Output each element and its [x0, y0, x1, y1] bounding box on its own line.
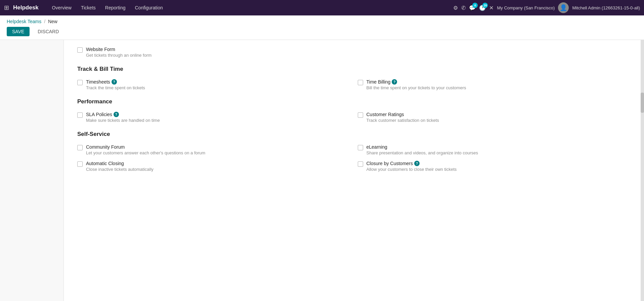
- save-button[interactable]: SAVE: [7, 27, 30, 36]
- left-sidebar: [0, 40, 64, 301]
- discard-button[interactable]: DISCARD: [32, 27, 64, 36]
- brand-name[interactable]: Helpdesk: [13, 4, 39, 11]
- clock-icon[interactable]: 🕐 26: [479, 5, 486, 11]
- time-billing-checkbox[interactable]: [358, 80, 363, 85]
- auto-closing-label: Automatic Closing: [86, 161, 124, 166]
- timesheets-label: Timesheets: [86, 79, 110, 85]
- timesheets-help-icon[interactable]: ?: [112, 79, 117, 85]
- time-billing-label: Time Billing: [367, 79, 391, 85]
- track-bill-options: Timesheets ? Track the time spent on tic…: [77, 79, 627, 90]
- closure-customers-checkbox[interactable]: [358, 161, 363, 167]
- chat-icon[interactable]: 💬 6: [469, 5, 476, 11]
- auto-closing-desc: Close inactive tickets automatically: [86, 167, 154, 172]
- nav-overview[interactable]: Overview: [48, 3, 76, 12]
- community-forum-label: Community Forum: [86, 144, 125, 150]
- closure-customers-option: Closure by Customers ? Allow your custom…: [358, 161, 628, 172]
- scrollbar-thumb[interactable]: [641, 93, 644, 113]
- right-scrollbar[interactable]: [641, 40, 644, 301]
- close-icon[interactable]: ✕: [489, 5, 493, 11]
- clock-badge: 26: [482, 3, 488, 8]
- main-content: Website Form Get tickets through an onli…: [64, 40, 641, 301]
- sla-help-icon[interactable]: ?: [114, 112, 119, 117]
- grid-icon[interactable]: ⊞: [4, 4, 9, 11]
- top-navigation: ⊞ Helpdesk Overview Tickets Reporting Co…: [0, 0, 644, 15]
- performance-title: Performance: [77, 98, 627, 106]
- nav-right-controls: ⚙ ✆ 💬 6 🕐 26 ✕ My Company (San Francisco…: [453, 2, 640, 13]
- website-form-desc: Get tickets through an online form: [86, 53, 152, 58]
- elearning-checkbox[interactable]: [358, 145, 363, 150]
- customer-ratings-label: Customer Ratings: [367, 112, 404, 117]
- company-name: My Company (San Francisco): [497, 5, 555, 10]
- sla-policies-checkbox[interactable]: [77, 112, 83, 118]
- self-service-section: Self-Service Community Forum Let your cu…: [77, 131, 627, 172]
- timesheets-desc: Track the time spent on tickets: [86, 85, 145, 90]
- website-form-checkbox[interactable]: [77, 47, 83, 53]
- timesheets-checkbox[interactable]: [77, 80, 83, 85]
- elearning-desc: Share presentation and videos, and organ…: [367, 150, 478, 155]
- nav-configuration[interactable]: Configuration: [131, 3, 167, 12]
- track-bill-section: Track & Bill Time Timesheets ? Track the…: [77, 66, 627, 90]
- customer-ratings-desc: Track customer satisfaction on tickets: [367, 118, 439, 123]
- community-forum-checkbox[interactable]: [77, 145, 83, 150]
- content-wrapper: Website Form Get tickets through an onli…: [0, 40, 644, 301]
- self-service-title: Self-Service: [77, 131, 627, 139]
- community-forum-desc: Let your customers answer each other's q…: [86, 150, 205, 155]
- customer-ratings-option: Customer Ratings Track customer satisfac…: [358, 112, 628, 123]
- settings-icon[interactable]: ⚙: [453, 5, 458, 11]
- phone-icon[interactable]: ✆: [461, 5, 466, 11]
- nav-tickets[interactable]: Tickets: [77, 3, 100, 12]
- closure-customers-help-icon[interactable]: ?: [414, 161, 420, 166]
- nav-reporting[interactable]: Reporting: [101, 3, 130, 12]
- elearning-option: eLearning Share presentation and videos,…: [358, 144, 628, 155]
- time-billing-desc: Bill the time spent on your tickets to y…: [367, 85, 466, 90]
- sla-policies-option: SLA Policies ? Make sure tickets are han…: [77, 112, 347, 123]
- closure-customers-label: Closure by Customers: [367, 161, 413, 166]
- performance-options: SLA Policies ? Make sure tickets are han…: [77, 112, 627, 123]
- breadcrumb-parent[interactable]: Helpdesk Teams: [7, 19, 41, 24]
- sla-policies-label: SLA Policies: [86, 112, 112, 117]
- action-bar: SAVE DISCARD: [7, 27, 637, 40]
- page-header: Helpdesk Teams / New SAVE DISCARD: [0, 15, 644, 40]
- breadcrumb-current: New: [48, 19, 57, 24]
- performance-section: Performance SLA Policies ? Make sure tic…: [77, 98, 627, 123]
- website-form-label: Website Form: [86, 47, 152, 52]
- website-form-section: Website Form Get tickets through an onli…: [77, 47, 627, 58]
- closure-customers-desc: Allow your customers to close their own …: [367, 167, 457, 172]
- breadcrumb: Helpdesk Teams / New: [7, 19, 637, 24]
- track-bill-title: Track & Bill Time: [77, 66, 627, 74]
- sla-policies-desc: Make sure tickets are handled on time: [86, 118, 160, 123]
- customer-ratings-checkbox[interactable]: [358, 112, 363, 118]
- breadcrumb-separator: /: [44, 19, 45, 24]
- community-forum-option: Community Forum Let your customers answe…: [77, 144, 347, 155]
- nav-menu: Overview Tickets Reporting Configuration: [48, 3, 451, 12]
- user-name: Mitchell Admin (12663261-15-0-all): [572, 5, 640, 10]
- elearning-label: eLearning: [367, 144, 387, 150]
- chat-badge: 6: [472, 3, 478, 8]
- auto-closing-checkbox[interactable]: [77, 161, 83, 167]
- time-billing-option: Time Billing ? Bill the time spent on yo…: [358, 79, 628, 90]
- self-service-options: Community Forum Let your customers answe…: [77, 144, 627, 172]
- timesheets-option: Timesheets ? Track the time spent on tic…: [77, 79, 347, 90]
- auto-closing-option: Automatic Closing Close inactive tickets…: [77, 161, 347, 172]
- time-billing-help-icon[interactable]: ?: [392, 79, 397, 85]
- scrollbar-track: [641, 40, 644, 301]
- user-avatar[interactable]: 👤: [558, 2, 569, 13]
